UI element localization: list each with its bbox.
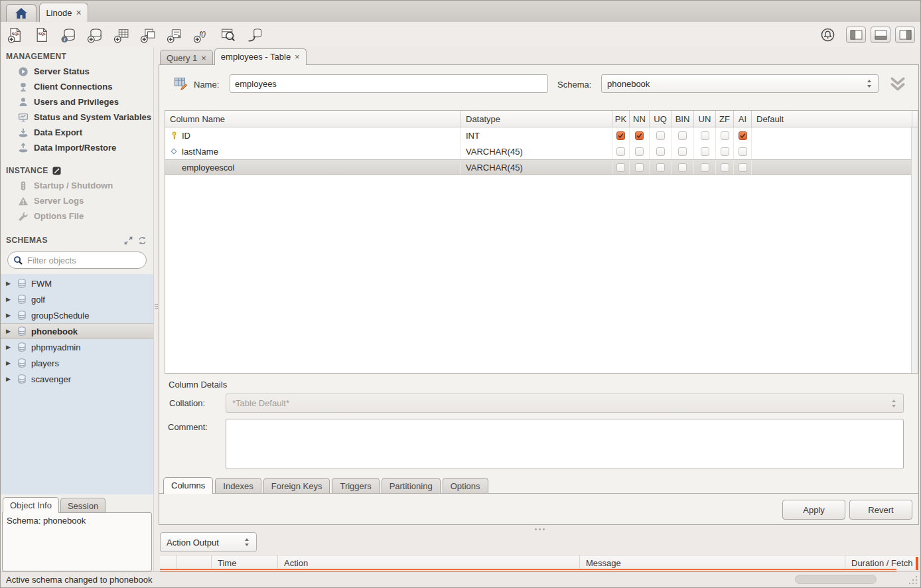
tab-triggers[interactable]: Triggers	[332, 478, 379, 493]
grid-header-default[interactable]: Default	[752, 111, 912, 127]
grid-header-column-name[interactable]: Column Name	[165, 111, 461, 127]
expander-arrow-icon[interactable]: ▶	[6, 296, 13, 303]
grid-header-datatype[interactable]: Datatype	[461, 111, 612, 127]
nn-checkbox[interactable]	[635, 131, 644, 140]
datatype-cell[interactable]: VARCHAR(45)	[461, 160, 612, 175]
column-name-cell[interactable]: employeescol	[165, 160, 461, 175]
ao-header-duration-fetch[interactable]: Duration / Fetch	[845, 555, 919, 570]
un-checkbox[interactable]	[701, 163, 709, 172]
schema-item-players[interactable]: ▶players	[1, 355, 153, 371]
schema-item-scavenger[interactable]: ▶scavenger	[1, 371, 153, 387]
pk-checkbox[interactable]	[616, 163, 625, 172]
sidebar-item-data-import-restore[interactable]: Data Import/Restore	[1, 140, 153, 155]
refresh-schemas-icon[interactable]	[138, 236, 147, 245]
bin-checkbox[interactable]	[678, 163, 687, 172]
tab-foreign-keys[interactable]: Foreign Keys	[263, 478, 330, 493]
un-checkbox[interactable]	[701, 147, 709, 156]
default-cell[interactable]	[752, 160, 912, 175]
sidebar-item-data-export[interactable]: Data Export	[1, 125, 153, 140]
schema-item-phpmyadmin[interactable]: ▶phpmyadmin	[1, 339, 153, 355]
ao-header-action[interactable]: Action	[278, 555, 580, 570]
close-icon[interactable]: ×	[295, 52, 300, 61]
zf-checkbox[interactable]	[721, 163, 729, 172]
toggle-left-panel-button[interactable]	[846, 27, 866, 43]
column-name-cell[interactable]: lastName	[165, 143, 461, 159]
tab-query-1[interactable]: Query 1×	[160, 50, 213, 65]
tab-columns[interactable]: Columns	[163, 477, 213, 494]
database-info-button[interactable]: i	[59, 25, 78, 44]
uq-checkbox[interactable]	[656, 147, 665, 156]
expander-arrow-icon[interactable]: ▶	[6, 344, 13, 350]
ao-header-time[interactable]: Time	[212, 555, 278, 570]
connection-tab[interactable]: Linode ×	[39, 3, 88, 22]
column-row-lastname[interactable]: lastNameVARCHAR(45)	[165, 143, 918, 159]
expander-arrow-icon[interactable]: ▶	[6, 376, 13, 382]
expander-arrow-icon[interactable]: ▶	[6, 312, 13, 319]
schema-select[interactable]: phonebook	[601, 74, 879, 93]
grid-header-bin[interactable]: BIN	[672, 111, 694, 127]
schema-item-fwm[interactable]: ▶FWM	[1, 275, 153, 291]
notification-button[interactable]	[819, 26, 836, 43]
grid-header-nn[interactable]: NN	[630, 111, 650, 127]
new-sql-tab-button[interactable]: SQL	[6, 25, 25, 44]
ao-header-blank[interactable]	[160, 555, 177, 570]
nn-checkbox[interactable]	[635, 163, 644, 172]
sidebar-item-client-connections[interactable]: Client Connections	[1, 79, 153, 94]
search-data-button[interactable]	[218, 25, 237, 44]
toggle-bottom-panel-button[interactable]	[871, 27, 890, 43]
create-function-button[interactable]: f()	[192, 25, 210, 44]
ao-header-message[interactable]: Message	[580, 555, 845, 570]
zf-checkbox[interactable]	[721, 131, 729, 140]
create-view-button[interactable]	[139, 25, 157, 44]
nn-checkbox[interactable]	[635, 147, 644, 156]
reconnect-db-button[interactable]	[245, 25, 263, 44]
uq-checkbox[interactable]	[656, 163, 665, 172]
expander-arrow-icon[interactable]: ▶	[6, 360, 13, 366]
schema-item-groupschedule[interactable]: ▶groupSchedule	[1, 307, 153, 323]
pk-checkbox[interactable]	[616, 131, 625, 140]
toggle-right-panel-button[interactable]	[895, 27, 915, 43]
grid-vertical-scrollbar[interactable]	[911, 127, 918, 373]
apply-button[interactable]: Apply	[782, 500, 845, 520]
pk-checkbox[interactable]	[616, 147, 625, 156]
datatype-cell[interactable]: INT	[461, 127, 612, 143]
sidebar-item-status-and-system-variables[interactable]: Status and System Variables	[1, 110, 153, 125]
expander-arrow-icon[interactable]: ▶	[6, 328, 13, 334]
home-tab[interactable]	[6, 4, 36, 22]
uq-checkbox[interactable]	[656, 131, 665, 140]
grid-header-un[interactable]: UN	[694, 111, 716, 127]
expand-schemas-icon[interactable]	[124, 236, 133, 245]
column-row-employeescol[interactable]: employeescolVARCHAR(45)	[165, 159, 918, 175]
ai-checkbox[interactable]	[739, 131, 747, 140]
create-table-button[interactable]	[112, 25, 131, 44]
action-output-select[interactable]: Action Output	[160, 532, 257, 552]
ai-checkbox[interactable]	[739, 147, 747, 156]
un-checkbox[interactable]	[701, 131, 709, 140]
tab-object-info[interactable]: Object Info	[3, 497, 59, 513]
schema-filter-input[interactable]	[27, 256, 141, 265]
sidebar-item-server-logs[interactable]: Server Logs	[1, 193, 153, 208]
open-sql-file-button[interactable]: SQL	[33, 25, 51, 44]
column-row-id[interactable]: IDINT	[165, 127, 918, 143]
tab-partitioning[interactable]: Partitioning	[382, 478, 441, 493]
resize-grip[interactable]	[908, 575, 918, 585]
create-schema-button[interactable]	[86, 25, 104, 44]
ao-header-blank[interactable]	[177, 555, 212, 570]
sidebar-item-users-and-privileges[interactable]: Users and Privileges	[1, 94, 153, 110]
zf-checkbox[interactable]	[721, 147, 729, 156]
sidebar-item-server-status[interactable]: Server Status	[1, 64, 153, 79]
grid-header-ai[interactable]: AI	[734, 111, 752, 127]
grid-header-zf[interactable]: ZF	[716, 111, 734, 127]
grid-header-uq[interactable]: UQ	[650, 111, 672, 127]
tab-indexes[interactable]: Indexes	[215, 478, 261, 493]
sidebar-item-startup-shutdown[interactable]: Startup / Shutdown	[1, 178, 153, 193]
close-icon[interactable]: ×	[76, 8, 81, 17]
datatype-cell[interactable]: VARCHAR(45)	[461, 143, 612, 159]
sidebar-item-options-file[interactable]: Options File	[1, 208, 153, 224]
comment-textarea[interactable]	[226, 419, 904, 469]
default-cell[interactable]	[752, 127, 912, 143]
tab-session[interactable]: Session	[60, 498, 106, 513]
bin-checkbox[interactable]	[678, 147, 687, 156]
tab-options[interactable]: Options	[443, 478, 488, 493]
table-name-input[interactable]	[230, 74, 548, 93]
